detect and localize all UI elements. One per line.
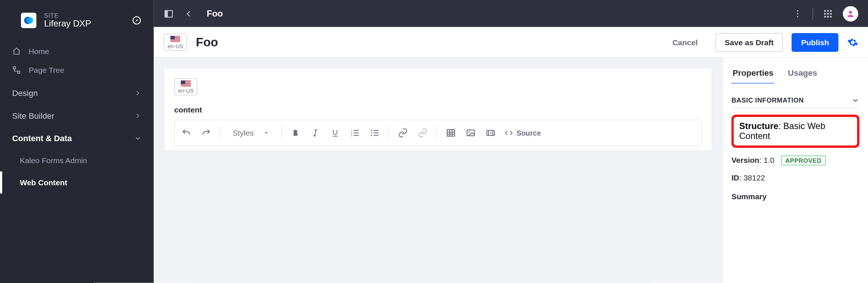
sidebar-item-page-tree[interactable]: Page Tree — [0, 61, 154, 79]
undo-icon[interactable] — [177, 123, 196, 142]
save-draft-button[interactable]: Save as Draft — [715, 33, 783, 51]
svg-rect-7 — [165, 10, 168, 17]
locale-label: en-US — [178, 88, 194, 94]
underline-icon[interactable] — [326, 123, 345, 142]
sidebar-group-label: Design — [12, 88, 38, 98]
sidebar-group-design[interactable]: Design — [0, 82, 154, 104]
section-title: BASIC INFORMATION — [732, 97, 804, 104]
svg-rect-15 — [827, 13, 829, 15]
svg-rect-5 — [18, 71, 20, 74]
unlink-icon[interactable] — [413, 123, 432, 142]
panel-tabs: Properties Usages — [732, 64, 860, 85]
link-icon[interactable] — [394, 123, 412, 142]
version-row: Version: 1.0 APPROVED — [732, 155, 860, 165]
apps-grid-icon[interactable] — [823, 8, 833, 18]
tab-usages[interactable]: Usages — [787, 64, 818, 84]
separator — [220, 126, 221, 140]
publish-button[interactable]: Publish — [792, 33, 839, 51]
svg-point-10 — [797, 16, 799, 17]
user-avatar[interactable] — [843, 6, 858, 21]
svg-rect-4 — [13, 67, 15, 69]
content-title: Foo — [196, 35, 218, 49]
gear-icon[interactable] — [847, 37, 858, 48]
sidebar-item-web-content[interactable]: Web Content — [8, 172, 154, 194]
chevron-right-icon — [134, 112, 142, 119]
field-locale-selector[interactable]: en-US — [174, 78, 198, 96]
separator — [437, 126, 437, 140]
svg-rect-17 — [824, 15, 826, 17]
unordered-list-icon[interactable] — [366, 123, 384, 142]
italic-icon[interactable] — [306, 123, 325, 142]
version-value: 1.0 — [764, 155, 774, 164]
redo-icon[interactable] — [197, 123, 216, 142]
svg-marker-3 — [136, 19, 138, 22]
sidebar-item-home[interactable]: Home — [0, 42, 154, 61]
svg-rect-27 — [171, 36, 175, 39]
svg-rect-11 — [824, 10, 826, 12]
svg-point-51 — [371, 135, 372, 136]
structure-key: Structure — [739, 121, 779, 131]
svg-line-36 — [315, 130, 316, 136]
page-tree-icon — [12, 66, 22, 75]
properties-panel: Properties Usages BASIC INFORMATION Stru… — [722, 58, 868, 283]
sidebar-item-label: Home — [29, 47, 49, 56]
video-icon[interactable] — [481, 123, 500, 142]
chevron-down-icon — [852, 97, 860, 104]
svg-rect-26 — [171, 41, 180, 42]
summary-label: Summary — [732, 192, 860, 201]
styles-dropdown[interactable]: Styles — [225, 129, 277, 137]
sidebar-group-site-builder[interactable]: Site Builder — [0, 104, 154, 127]
cancel-button[interactable]: Cancel — [664, 33, 707, 51]
action-bar: en-US Foo Cancel Save as Draft Publish — [154, 27, 868, 58]
svg-point-20 — [849, 11, 852, 14]
svg-rect-34 — [181, 80, 185, 84]
separator — [389, 126, 390, 140]
svg-rect-12 — [827, 10, 829, 12]
panel-toggle-icon[interactable] — [164, 8, 174, 18]
sidebar-item-label: Page Tree — [29, 66, 64, 75]
table-icon[interactable] — [442, 123, 460, 142]
sidebar-group-content-data[interactable]: Content & Data — [0, 127, 154, 150]
site-name: Liferay DXP — [44, 19, 132, 29]
compass-icon[interactable] — [132, 15, 142, 25]
tab-properties[interactable]: Properties — [732, 64, 775, 84]
svg-rect-33 — [181, 86, 191, 86]
editor-toolbar: Styles 123 — [174, 120, 702, 146]
ordered-list-icon[interactable]: 123 — [346, 123, 365, 142]
sidebar: SITE Liferay DXP Home Page Tree Design S… — [0, 0, 154, 283]
editor-column: en-US content Styles — [154, 58, 722, 283]
svg-point-58 — [469, 132, 470, 133]
svg-point-9 — [797, 13, 799, 14]
source-button[interactable]: Source — [501, 129, 544, 137]
svg-point-49 — [371, 130, 372, 131]
svg-marker-35 — [265, 132, 268, 134]
topbar: Foo — [154, 0, 868, 27]
svg-rect-19 — [830, 15, 832, 17]
sidebar-item-kaleo-forms[interactable]: Kaleo Forms Admin — [8, 150, 154, 172]
kebab-menu-icon[interactable] — [793, 8, 803, 18]
svg-rect-52 — [447, 130, 455, 136]
svg-rect-16 — [830, 13, 832, 15]
locale-selector[interactable]: en-US — [164, 34, 187, 51]
sidebar-group-label: Content & Data — [12, 133, 72, 143]
version-key: Version — [732, 155, 760, 164]
main: Foo en-US Foo Cancel Save as Draft Publi… — [154, 0, 868, 283]
bold-icon[interactable] — [286, 123, 305, 142]
svg-text:3: 3 — [351, 134, 352, 137]
site-logo — [21, 13, 36, 28]
code-icon — [505, 129, 513, 137]
content-field-label: content — [174, 105, 702, 114]
chevron-down-icon — [134, 134, 142, 142]
back-icon[interactable] — [184, 8, 194, 18]
status-badge: APPROVED — [781, 155, 826, 165]
editor-card: en-US content Styles — [164, 68, 713, 151]
site-header: SITE Liferay DXP — [0, 7, 154, 40]
caret-down-icon — [263, 130, 269, 136]
svg-point-1 — [27, 17, 33, 24]
image-icon[interactable] — [462, 123, 480, 142]
svg-point-50 — [371, 132, 372, 133]
svg-marker-62 — [490, 132, 492, 134]
section-basic-information[interactable]: BASIC INFORMATION — [732, 97, 860, 108]
id-value: 38122 — [743, 173, 765, 182]
svg-rect-14 — [824, 13, 826, 15]
